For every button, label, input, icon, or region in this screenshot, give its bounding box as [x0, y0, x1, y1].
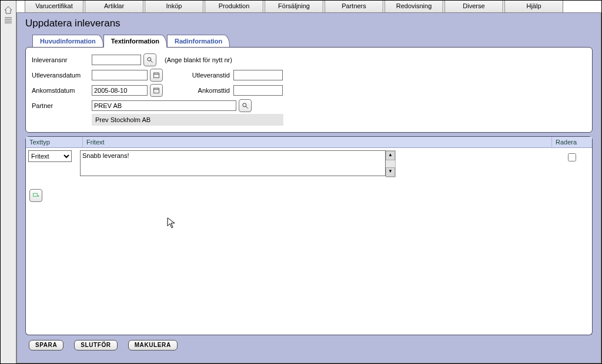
- label-utleveranstid: Utleveranstid: [171, 72, 230, 79]
- mouse-cursor-icon: [167, 217, 176, 230]
- svg-rect-6: [154, 88, 159, 93]
- col-header-texttyp: Texttyp: [26, 137, 83, 147]
- calendar-ankomstdatum-button[interactable]: [150, 84, 163, 97]
- svg-point-10: [243, 103, 246, 107]
- text-grid-row: Fritext Snabb leverans! ▲ ▼: [26, 148, 592, 181]
- menu-diverse[interactable]: Diverse: [444, 1, 503, 12]
- calendar-icon: [153, 72, 160, 79]
- label-ankomsttid: Ankomsttid: [171, 87, 230, 94]
- label-inleveransnr: Inleveransnr: [32, 56, 92, 63]
- menu-inkop[interactable]: Inköp: [145, 1, 203, 12]
- calendar-utleveransdatum-button[interactable]: [150, 69, 163, 82]
- svg-rect-2: [154, 73, 159, 77]
- partner-name-display: Prev Stockholm AB: [92, 114, 283, 126]
- tab-textinformation[interactable]: Textinformation: [103, 35, 167, 48]
- search-icon: [242, 102, 249, 109]
- col-header-fritext: Fritext: [83, 137, 552, 147]
- label-ankomstdatum: Ankomstdatum: [32, 87, 92, 94]
- menu-produktion[interactable]: Produktion: [205, 1, 263, 12]
- form-card: Inleveransnr (Ange blankt för nytt nr) U…: [25, 47, 593, 133]
- textarea-fritext[interactable]: Snabb leverans!: [80, 150, 386, 176]
- input-ankomsttid[interactable]: [233, 85, 283, 96]
- tab-huvudinformation[interactable]: Huvudinformation: [32, 35, 103, 47]
- add-row-icon: [32, 192, 39, 199]
- input-partner[interactable]: [92, 100, 236, 111]
- hint-inleveransnr: (Ange blankt för nytt nr): [165, 56, 232, 63]
- col-header-radera: Radera: [552, 137, 592, 147]
- menu-redovisning[interactable]: Redovisning: [384, 1, 443, 12]
- list-icon[interactable]: [4, 16, 13, 25]
- menu-artiklar[interactable]: Artiklar: [85, 1, 143, 12]
- svg-rect-12: [34, 193, 38, 196]
- text-grid: Texttyp Fritext Radera Fritext Snabb lev…: [25, 136, 593, 181]
- menu-varucertifikat[interactable]: Varucertifikat: [25, 1, 83, 12]
- input-utleveransdatum[interactable]: [92, 70, 148, 80]
- input-ankomstdatum[interactable]: [92, 85, 148, 96]
- checkbox-radera[interactable]: [568, 153, 576, 161]
- left-rail: [1, 1, 16, 363]
- label-utleveransdatum: Utleveransdatum: [32, 72, 92, 79]
- add-row-button[interactable]: [29, 189, 42, 202]
- footer-buttons: SPARA SLUTFÖR MAKULERA: [25, 335, 593, 353]
- svg-line-11: [246, 106, 248, 108]
- textarea-scrollbar[interactable]: ▲ ▼: [386, 150, 396, 177]
- lookup-partner-button[interactable]: [239, 99, 252, 112]
- content-body: [25, 181, 593, 335]
- select-texttyp[interactable]: Fritext: [28, 150, 72, 162]
- save-button[interactable]: SPARA: [29, 340, 63, 350]
- svg-line-1: [150, 60, 152, 62]
- tab-radinformation[interactable]: Radinformation: [167, 35, 230, 47]
- tab-strip: Huvudinformation Textinformation Radinfo…: [32, 34, 593, 47]
- menu-hjalp[interactable]: Hjälp: [504, 1, 563, 12]
- search-icon: [146, 56, 153, 63]
- menu-forsaljning[interactable]: Försäljning: [265, 1, 323, 12]
- input-utleveranstid[interactable]: [233, 70, 283, 80]
- finish-button[interactable]: SLUTFÖR: [74, 340, 117, 350]
- void-button[interactable]: MAKULERA: [128, 340, 178, 350]
- label-partner: Partner: [32, 102, 92, 109]
- input-inleveransnr[interactable]: [92, 55, 141, 65]
- scroll-up-icon[interactable]: ▲: [386, 151, 395, 160]
- home-icon[interactable]: [4, 5, 13, 15]
- scroll-down-icon[interactable]: ▼: [386, 167, 395, 177]
- top-menubar: Varucertifikat Artiklar Inköp Produktion…: [16, 1, 601, 13]
- calendar-icon: [153, 87, 160, 94]
- page-title: Uppdatera inleverans: [25, 18, 593, 29]
- menu-partners[interactable]: Partners: [325, 1, 383, 12]
- lookup-inleveransnr-button[interactable]: [143, 53, 156, 66]
- svg-point-0: [148, 58, 151, 61]
